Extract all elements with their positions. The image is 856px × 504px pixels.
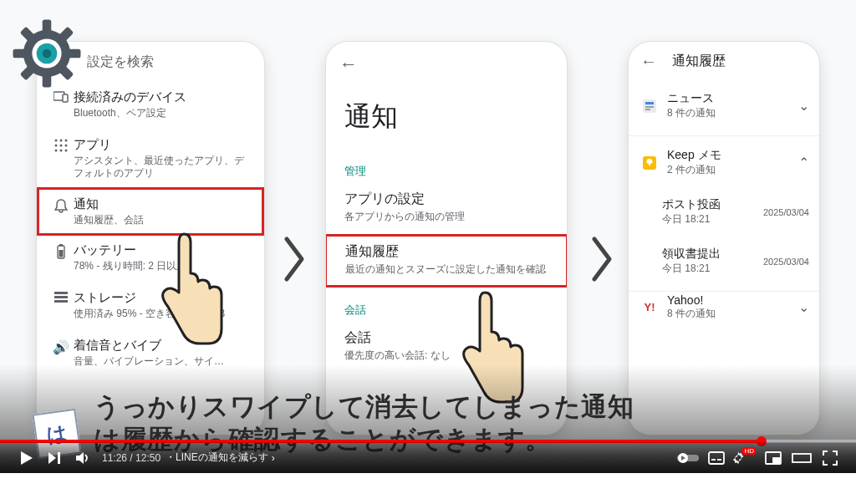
svg-rect-28 bbox=[54, 300, 68, 303]
svg-rect-24 bbox=[59, 244, 63, 247]
svg-point-21 bbox=[60, 149, 63, 151]
volume-button[interactable] bbox=[69, 444, 97, 472]
time-display: 11:26 / 12:50 bbox=[102, 452, 160, 464]
svg-rect-2 bbox=[43, 74, 52, 88]
keep-icon bbox=[639, 155, 660, 171]
item-sub: アシスタント、最近使ったアプリ、デフォルトのアプリ bbox=[74, 155, 252, 181]
player-controls: 11:26 / 12:50 ・LINEの通知を減らす › HD bbox=[0, 442, 856, 473]
next-button[interactable] bbox=[40, 444, 69, 472]
item-title: 接続済みのデバイス bbox=[74, 89, 252, 105]
bell-icon bbox=[48, 196, 74, 213]
yahoo-icon: Y! bbox=[639, 300, 660, 315]
video-content: 設定を検索 接続済みのデバイス Bluetooth、ペア設定 アプリ アシスタン… bbox=[0, 0, 856, 473]
back-button[interactable]: ← bbox=[640, 52, 657, 71]
section-label: 管理 bbox=[326, 157, 567, 182]
item-title: アプリ bbox=[74, 137, 252, 153]
play-button[interactable] bbox=[12, 444, 40, 472]
chevron-down-icon[interactable]: ⌄ bbox=[798, 98, 809, 114]
item-app-settings[interactable]: アプリの設定 各アプリからの通知の管理 bbox=[326, 182, 567, 234]
search-placeholder: 設定を検索 bbox=[87, 53, 154, 71]
item-title: 領収書提出 bbox=[662, 247, 763, 262]
item-title: Yahoo! bbox=[667, 293, 798, 307]
settings-item-apps[interactable]: アプリ アシスタント、最近使ったアプリ、デフォルトのアプリ bbox=[37, 129, 264, 189]
item-sub: 8 件の通知 bbox=[667, 106, 798, 120]
item-notification-history[interactable]: 通知履歴 最近の通知とスヌーズに設定した通知を確認 bbox=[326, 234, 567, 288]
storage-icon bbox=[48, 290, 74, 303]
item-title: 通知履歴 bbox=[345, 243, 548, 261]
item-sub: 8 件の通知 bbox=[667, 307, 798, 321]
chevron-down-icon[interactable]: ⌄ bbox=[798, 299, 809, 315]
hd-badge: HD bbox=[742, 447, 756, 455]
fullscreen-button[interactable] bbox=[816, 444, 844, 472]
chevron-right-icon[interactable]: › bbox=[272, 452, 275, 464]
item-date: 2025/03/04 bbox=[763, 257, 809, 267]
svg-rect-1 bbox=[43, 20, 52, 33]
page-heading: 通知 bbox=[326, 77, 567, 157]
item-sub: 最近の通知とスヌーズに設定した通知を確認 bbox=[345, 262, 548, 277]
page-title: 通知履歴 bbox=[672, 53, 726, 70]
miniplayer-button[interactable] bbox=[759, 444, 787, 472]
svg-rect-45 bbox=[773, 458, 780, 463]
svg-rect-26 bbox=[54, 292, 68, 294]
svg-rect-41 bbox=[709, 452, 724, 464]
item-sub: Bluetooth、ペア設定 bbox=[74, 107, 252, 120]
caption-line: うっかりスワイプして消去してしまった通知 bbox=[94, 390, 806, 424]
svg-rect-30 bbox=[645, 102, 654, 104]
devices-icon bbox=[48, 89, 74, 103]
history-subitem[interactable]: ポスト投函 今日 18:21 2025/03/04 bbox=[629, 187, 819, 237]
svg-rect-36 bbox=[58, 452, 60, 464]
item-title: 通知 bbox=[74, 196, 252, 212]
svg-point-16 bbox=[65, 139, 68, 141]
svg-point-19 bbox=[65, 144, 68, 146]
item-sub: 今日 18:21 bbox=[662, 212, 763, 227]
item-title: ニュース bbox=[667, 91, 798, 106]
current-time: 11:26 bbox=[102, 452, 127, 464]
history-item-keep[interactable]: Keep メモ 2 件の通知 ⌃ bbox=[629, 138, 819, 187]
item-title: ポスト投函 bbox=[662, 197, 763, 212]
svg-marker-35 bbox=[48, 452, 56, 464]
svg-point-14 bbox=[55, 139, 58, 141]
item-sub: 今日 18:21 bbox=[662, 262, 763, 276]
history-item-yahoo[interactable]: Y! Yahoo! 8 件の通知 ⌄ bbox=[629, 291, 819, 331]
svg-rect-3 bbox=[13, 49, 27, 59]
svg-rect-27 bbox=[54, 296, 68, 298]
svg-marker-34 bbox=[21, 451, 33, 465]
history-item-news[interactable]: ニュース 8 件の通知 ⌄ bbox=[629, 81, 819, 130]
item-title: アプリの設定 bbox=[344, 191, 548, 208]
chevron-right-icon bbox=[585, 234, 619, 284]
svg-rect-46 bbox=[792, 454, 811, 462]
chevron-right-icon bbox=[278, 234, 311, 284]
svg-rect-4 bbox=[68, 49, 81, 59]
svg-point-22 bbox=[65, 149, 68, 151]
autoplay-toggle[interactable] bbox=[674, 444, 702, 472]
chevron-up-icon[interactable]: ⌃ bbox=[798, 155, 809, 171]
item-sub: 各アプリからの通知の管理 bbox=[344, 210, 548, 224]
history-subitem[interactable]: 領収書提出 今日 18:21 2025/03/04 bbox=[629, 237, 819, 286]
gear-icon bbox=[10, 17, 84, 90]
apps-icon bbox=[48, 137, 74, 152]
theater-button[interactable] bbox=[787, 444, 816, 472]
svg-point-11 bbox=[43, 49, 52, 59]
svg-rect-31 bbox=[645, 106, 654, 108]
subtitles-button[interactable] bbox=[702, 444, 731, 472]
total-time: 12:50 bbox=[135, 452, 160, 464]
item-sub: 2 件の通知 bbox=[667, 163, 798, 177]
chapter-title[interactable]: ・LINEの通知を減らす bbox=[166, 451, 268, 465]
news-icon bbox=[639, 99, 660, 114]
item-date: 2025/03/04 bbox=[763, 207, 809, 217]
sound-icon: 🔊 bbox=[48, 338, 74, 355]
settings-button[interactable]: HD bbox=[731, 444, 759, 472]
svg-point-17 bbox=[55, 144, 58, 146]
svg-point-20 bbox=[55, 149, 58, 151]
section-label: 会話 bbox=[326, 296, 567, 321]
back-button[interactable]: ← bbox=[326, 42, 567, 77]
svg-rect-25 bbox=[59, 250, 64, 257]
item-title: Keep メモ bbox=[667, 148, 798, 163]
svg-point-15 bbox=[60, 139, 63, 141]
battery-icon bbox=[48, 242, 74, 259]
svg-rect-13 bbox=[63, 94, 68, 102]
svg-point-18 bbox=[60, 144, 63, 146]
svg-marker-37 bbox=[76, 452, 84, 464]
svg-rect-32 bbox=[645, 109, 650, 110]
page-header: ← 通知履歴 bbox=[629, 42, 819, 81]
